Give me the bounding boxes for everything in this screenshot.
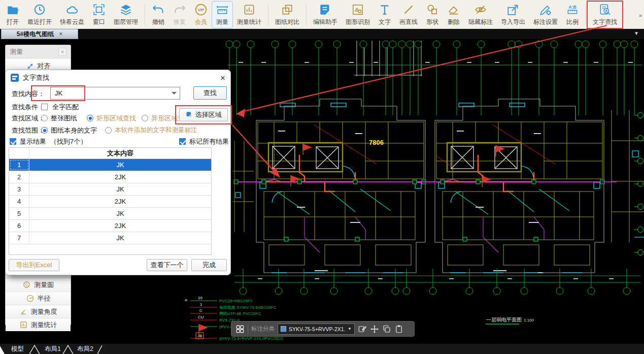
mark-all-checkbox[interactable]	[179, 138, 186, 145]
vip-member-button[interactable]: VIP 会员	[190, 1, 212, 28]
annotation-settings-button[interactable]: 标注设置	[529, 1, 562, 28]
panel-item-radius[interactable]: 半径	[6, 292, 71, 305]
find-text-dialog: 文字查找 × 查找内容： JK 查找 查找条件： 全字匹配 查找区域： 整张图纸…	[5, 70, 231, 275]
results-header-label: 文本内容	[29, 148, 211, 158]
delete-button[interactable]: 删除	[443, 1, 464, 28]
toolbar-separator	[145, 4, 145, 25]
area-full-radio[interactable]	[41, 115, 48, 121]
copy-icon[interactable]	[382, 325, 391, 334]
table-row[interactable]: 5JK	[9, 208, 211, 220]
measure-circle-icon	[22, 280, 31, 289]
app-window: 打开 最近打开 快看云盘 窗口 图层管理 撤销 恢复 VIP 会员	[0, 0, 644, 354]
tab-list-caret-icon[interactable]: ▼	[634, 30, 639, 36]
results-table-header: 文本内容	[9, 148, 211, 159]
view-next-button[interactable]: 查看下一个	[147, 259, 187, 271]
undo-button[interactable]: 撤销	[148, 1, 169, 28]
undo-icon	[152, 3, 165, 16]
dialog-titlebar[interactable]: 文字查找 ×	[6, 70, 230, 85]
dropdown-caret-icon: ▼	[348, 327, 352, 331]
svg-text:网线UTP-6E PVC20FC: 网线UTP-6E PVC20FC	[219, 311, 261, 316]
panel-item-measure-angle[interactable]: 测量角度	[6, 305, 71, 318]
table-row[interactable]: 1JK	[9, 159, 211, 171]
tab-model[interactable]: 模型	[11, 345, 24, 353]
toolbar-separator	[268, 4, 268, 25]
tab-close-icon[interactable]: ×	[59, 30, 62, 38]
window-button[interactable]: 窗口	[88, 1, 110, 28]
show-results-checkbox[interactable]	[10, 138, 16, 145]
open-button[interactable]: 打开	[2, 1, 23, 28]
toolbar-divider	[248, 325, 248, 334]
toolbar-overflow[interactable]: »	[639, 12, 642, 18]
table-row[interactable]: 7JK	[9, 232, 211, 244]
recent-open-button[interactable]: 最近打开	[23, 1, 56, 28]
table-row[interactable]: 3JK	[9, 183, 211, 196]
combo-caret-icon[interactable]	[172, 92, 177, 97]
find-text-button[interactable]: 文字查找	[589, 1, 621, 28]
tab-layout1[interactable]: 布局1	[45, 345, 61, 353]
search-content-label: 查找内容：	[12, 89, 45, 99]
search-input[interactable]: JK	[50, 87, 180, 100]
hide-annotations-button[interactable]: 隐藏标注	[464, 1, 497, 28]
layers-icon	[119, 3, 132, 16]
condition-label: 查找条件：	[12, 103, 45, 112]
scope-added-radio[interactable]	[105, 127, 112, 134]
category-value: SYKV-75-5+RVVP-2X1.(	[289, 326, 345, 332]
select-area-button[interactable]: 选择区域	[179, 108, 228, 121]
paste-icon[interactable]	[394, 325, 403, 334]
compare-icon	[281, 3, 294, 16]
shape-button[interactable]: 形状	[422, 1, 443, 28]
layer-manager-button[interactable]: 图层管理	[110, 1, 142, 28]
measure-panel-close-icon[interactable]: ×	[58, 48, 66, 56]
category-label: 标注分类	[251, 325, 275, 333]
edit-assistant-button[interactable]: 编辑助手	[309, 1, 342, 28]
table-row[interactable]: 62JK	[9, 220, 211, 232]
scale-ratio-button[interactable]: A:B 比例	[562, 1, 583, 28]
ruler-icon	[216, 3, 229, 16]
svg-text:C: C	[199, 308, 202, 313]
whole-word-checkbox[interactable]	[41, 104, 48, 110]
document-tab[interactable]: 5#楼电气图纸 ×	[1, 29, 78, 39]
table-row[interactable]: 22JK	[9, 171, 211, 183]
unit-number-label: 7806	[369, 139, 384, 146]
find-button[interactable]: 查找	[193, 86, 227, 100]
done-button[interactable]: 完成	[191, 259, 227, 271]
import-export-button[interactable]: 导入导出	[497, 1, 529, 28]
text-button[interactable]: 文字	[374, 1, 395, 28]
category-color-swatch	[281, 326, 286, 332]
measure-button[interactable]: 测量	[212, 1, 233, 28]
text-icon	[378, 3, 391, 16]
area-rect-label: 矩形区域查找	[96, 114, 136, 123]
panel-item-measure-stats[interactable]: 测量统计	[6, 318, 71, 331]
building-partial-left	[232, 141, 254, 232]
eye-off-icon	[474, 3, 487, 16]
redo-button[interactable]: 恢复	[169, 1, 190, 28]
measure-panel-header[interactable]: 测量 ×	[6, 45, 71, 58]
tab-layout2[interactable]: 布局2	[77, 345, 93, 353]
toolbar-separator	[586, 4, 586, 25]
move-icon[interactable]	[370, 325, 379, 334]
svg-text:10: 10	[198, 296, 202, 300]
scope-drawing-radio[interactable]	[41, 127, 48, 134]
drawing-compare-button[interactable]: 图纸对比	[271, 1, 303, 28]
shape-recognition-button[interactable]: 图形识别	[342, 1, 374, 28]
svg-text:a:: a:	[185, 298, 188, 302]
svg-text:CU: CU	[198, 315, 204, 319]
svg-text:A:B: A:B	[568, 5, 576, 10]
align-icon	[26, 62, 35, 71]
layout-tabbar: 模型 布局1 布局2	[0, 344, 644, 354]
select-area-icon	[186, 111, 193, 118]
area-rect-radio[interactable]	[87, 115, 93, 121]
category-grid-icon[interactable]	[235, 325, 245, 334]
draw-line-button[interactable]: 画直线	[395, 1, 422, 28]
export-excel-button[interactable]: 导出到Excel	[9, 259, 59, 271]
cloud-drive-button[interactable]: 快看云盘	[56, 1, 88, 28]
area-poly-radio[interactable]	[142, 115, 148, 121]
clock-icon	[33, 3, 46, 16]
results-table: 文本内容 1JK 22JK 3JK 42JK 5JK 62JK 7JK	[9, 147, 212, 255]
measure-stats-button[interactable]: 测量统计	[233, 1, 265, 28]
panel-item-measure-circle[interactable]: 测量圆	[6, 278, 71, 291]
annotation-category-dropdown[interactable]: SYKV-75-5+RVVP-2X1.( ▼	[278, 324, 355, 335]
edit-icon[interactable]	[358, 325, 367, 334]
table-row[interactable]: 42JK	[9, 196, 211, 208]
dialog-close-icon[interactable]: ×	[220, 74, 225, 82]
